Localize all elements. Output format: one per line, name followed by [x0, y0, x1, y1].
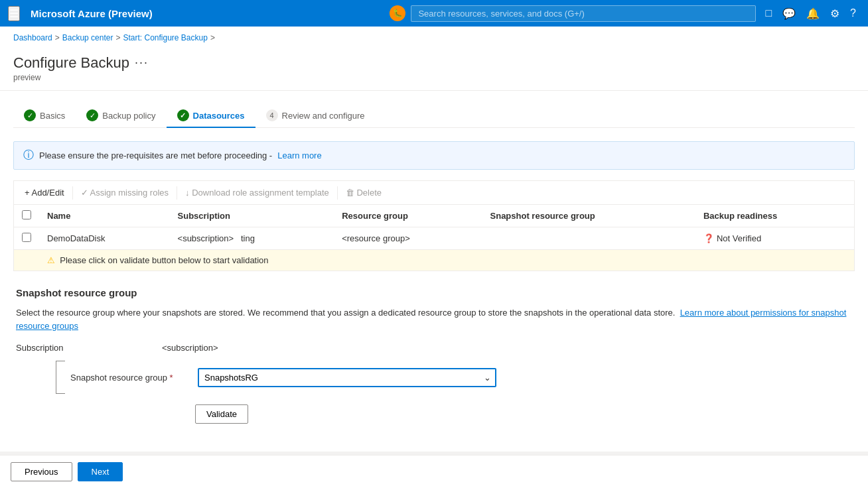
- tab-backup-policy[interactable]: ✓ Backup policy: [76, 104, 166, 128]
- page-title: Configure Backup: [13, 54, 129, 72]
- main-content: ✓ Basics ✓ Backup policy ✓ Datasources 4…: [0, 91, 868, 452]
- snapshot-rg-select[interactable]: SnapshotsRG DefaultResourceGroup Network…: [198, 368, 496, 387]
- not-verified-label: Not Verified: [717, 233, 761, 243]
- snapshot-section: Snapshot resource group Select the resou…: [13, 287, 855, 424]
- col-backup-readiness: Backup readiness: [695, 205, 855, 227]
- subscription-form-row: Subscription <subscription>: [16, 343, 852, 353]
- tab-datasources-label: Datasources: [193, 111, 245, 121]
- add-edit-button[interactable]: + Add/Edit: [19, 185, 70, 200]
- snapshot-rg-inputs: Snapshot resource group * SnapshotsRG De…: [65, 368, 496, 387]
- app-title: Microsoft Azure (Preview): [31, 8, 384, 19]
- not-verified-icon: ❓: [703, 233, 714, 243]
- snapshot-section-description: Select the resource group where your sna…: [16, 306, 852, 332]
- notifications-icon[interactable]: 🔔: [802, 5, 824, 23]
- terminal-icon[interactable]: □: [761, 5, 776, 22]
- tab-review-label: Review and configure: [282, 111, 365, 121]
- datasources-check-icon: ✓: [177, 109, 189, 121]
- warning-message: ⚠ Please click on validate button below …: [39, 250, 855, 271]
- bug-icon[interactable]: 🐛: [390, 5, 405, 21]
- row-subscription: <subscription> ting: [170, 227, 334, 250]
- col-resource-group: Resource group: [334, 205, 482, 227]
- toolbar-separator-3: [337, 186, 338, 200]
- col-subscription: Subscription: [170, 205, 334, 227]
- validate-button[interactable]: Validate: [195, 404, 248, 424]
- subscription-value: <subscription>: [162, 343, 218, 353]
- snapshot-section-title: Snapshot resource group: [16, 287, 852, 298]
- table-row: DemoDataDisk <subscription> ting <resour…: [14, 227, 855, 250]
- tab-basics-label: Basics: [40, 111, 65, 121]
- download-template-button[interactable]: ↓ Download role assignment template: [180, 185, 334, 200]
- page-header: Configure Backup preview ···: [0, 49, 868, 91]
- snapshot-rg-select-wrapper: SnapshotsRG DefaultResourceGroup Network…: [198, 368, 496, 387]
- snapshot-rg-label: Snapshot resource group *: [65, 373, 198, 383]
- col-name: Name: [39, 205, 170, 227]
- row-snapshot-rg: [482, 227, 695, 250]
- tab-backup-policy-label: Backup policy: [102, 111, 155, 121]
- warning-icon: ⚠: [47, 255, 55, 265]
- breadcrumb-backup-center[interactable]: Backup center: [62, 33, 113, 42]
- tabs: ✓ Basics ✓ Backup policy ✓ Datasources 4…: [13, 104, 855, 128]
- feedback-icon[interactable]: 💬: [778, 5, 800, 23]
- tab-review[interactable]: 4 Review and configure: [255, 104, 376, 128]
- table-toolbar: + Add/Edit ✓ Assign missing roles ↓ Down…: [13, 180, 855, 204]
- basics-check-icon: ✓: [24, 109, 36, 121]
- top-navigation: ☰ Microsoft Azure (Preview) 🐛 □ 💬 🔔 ⚙ ?: [0, 0, 868, 27]
- row-name: DemoDataDisk: [39, 227, 170, 250]
- toolbar-separator-1: [72, 186, 73, 200]
- snapshot-rg-form-row: Snapshot resource group * SnapshotsRG De…: [16, 361, 852, 394]
- bracket-icon: [56, 361, 65, 394]
- subscription-label: Subscription: [16, 343, 162, 353]
- info-message: Please ensure the pre-requisites are met…: [39, 151, 272, 160]
- more-options-button[interactable]: ···: [135, 56, 149, 70]
- snapshot-rg-row: Snapshot resource group * SnapshotsRG De…: [65, 368, 496, 387]
- help-icon[interactable]: ?: [846, 5, 860, 22]
- breadcrumb-dashboard[interactable]: Dashboard: [13, 33, 52, 42]
- validate-row: Validate: [16, 402, 852, 424]
- row-checkbox[interactable]: [22, 233, 31, 242]
- settings-icon[interactable]: ⚙: [826, 5, 843, 23]
- warning-row: ⚠ Please click on validate button below …: [14, 250, 855, 271]
- row-resource-group: <resource group>: [334, 227, 482, 250]
- tab-datasources[interactable]: ✓ Datasources: [167, 104, 255, 128]
- search-input[interactable]: [411, 5, 756, 22]
- select-all-checkbox[interactable]: [22, 210, 31, 219]
- tab-basics[interactable]: ✓ Basics: [13, 104, 76, 128]
- hamburger-menu[interactable]: ☰: [8, 6, 20, 21]
- page-subtitle: preview: [13, 73, 129, 82]
- info-icon: ⓘ: [23, 149, 34, 162]
- breadcrumb-configure-backup[interactable]: Start: Configure Backup: [123, 33, 207, 42]
- assign-roles-button[interactable]: ✓ Assign missing roles: [76, 185, 174, 200]
- row-backup-readiness: ❓ Not Verified: [695, 227, 855, 250]
- learn-more-link[interactable]: Learn more: [277, 151, 321, 160]
- datasources-table: Name Subscription Resource group Snapsho…: [13, 204, 855, 271]
- breadcrumb: Dashboard > Backup center > Start: Confi…: [0, 27, 868, 49]
- backup-policy-check-icon: ✓: [86, 109, 98, 121]
- delete-button[interactable]: 🗑 Delete: [340, 185, 387, 200]
- info-banner: ⓘ Please ensure the pre-requisites are m…: [13, 141, 855, 170]
- review-num-icon: 4: [266, 109, 278, 121]
- nav-icons: □ 💬 🔔 ⚙ ?: [761, 5, 860, 23]
- toolbar-separator-2: [177, 186, 177, 200]
- col-snapshot-rg: Snapshot resource group: [482, 205, 695, 227]
